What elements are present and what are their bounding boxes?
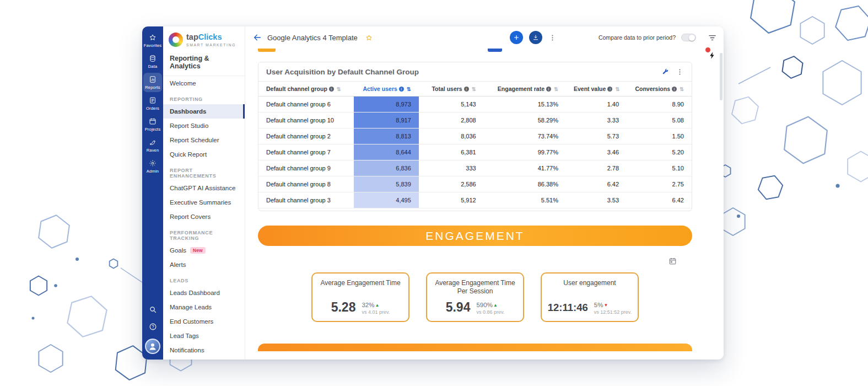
sidebar-item-alerts[interactable]: Alerts (163, 258, 245, 272)
user-avatar[interactable] (145, 339, 160, 354)
rail-item-orders[interactable]: Orders (143, 94, 162, 113)
sidebar-item-lead-tags[interactable]: Lead Tags (163, 329, 245, 343)
sidebar-item-dashboards[interactable]: Dashboards (163, 104, 245, 119)
sidebar-item-chatgpt-ai-assistance[interactable]: ChatGPT AI Assistance (163, 181, 245, 195)
metric-title: Average Engagement Time (318, 279, 403, 287)
metric-previous: vs 12:51:52 prev. (594, 309, 632, 315)
sidebar-item-label: Lead Tags (170, 333, 199, 339)
rail-icon (149, 55, 157, 62)
sidebar-nav: Welcome REPORTING Dashboards Report Stud… (163, 76, 245, 357)
rail-item-raven[interactable]: Raven (143, 136, 162, 155)
metric-value: 12:11:46 (548, 301, 588, 313)
table-cell: 6,381 (419, 144, 484, 160)
widget-settings-button[interactable] (662, 68, 669, 76)
sidebar-item-executive-summaries[interactable]: Executive Summaries (163, 195, 245, 210)
info-icon[interactable]: i (672, 87, 677, 92)
table-cell: 1.40 (566, 96, 627, 112)
table-cell: 8.90 (627, 96, 692, 112)
filter-icon[interactable] (708, 33, 717, 42)
toggle-knob (689, 35, 695, 41)
sidebar-item-report-studio[interactable]: Report Studio (163, 119, 245, 133)
table-cell: 6.42 (627, 192, 692, 208)
rail-items: Favorites Data Reports Orders Projects R… (143, 31, 162, 178)
sidebar: tapClicks SMART MARKETING Reporting & An… (163, 26, 245, 360)
table-cell: Default channel group 2 (258, 128, 354, 144)
sort-icon[interactable]: ⇅ (615, 86, 619, 92)
download-button[interactable] (529, 31, 542, 44)
metric-title: Average Engagement Time Per Session (433, 279, 517, 296)
icon-rail: Favorites Data Reports Orders Projects R… (142, 26, 163, 360)
info-icon[interactable]: i (464, 87, 469, 92)
sidebar-heading-reporting: REPORTING (163, 90, 245, 104)
table-cell: 5.73 (566, 128, 627, 144)
sidebar-item-label: Manage Leads (170, 304, 212, 310)
table-cell: 5.51% (484, 192, 566, 208)
table-cell: 2.78 (566, 160, 627, 176)
sidebar-heading-report-enhancements: REPORT ENHANCEMENTS (163, 162, 245, 181)
sidebar-item-report-covers[interactable]: Report Covers (163, 210, 245, 224)
metric-value: 5.94 (446, 301, 471, 314)
sidebar-item-label: Executive Summaries (170, 199, 231, 206)
add-button[interactable] (510, 31, 523, 44)
sidebar-item-quick-report[interactable]: Quick Report (163, 147, 245, 162)
metric-previous: vs 0.86 prev. (476, 309, 504, 315)
rail-item-projects[interactable]: Projects (143, 115, 162, 134)
sort-icon[interactable]: ⇅ (554, 86, 558, 92)
sort-icon[interactable]: ⇅ (337, 86, 341, 92)
rail-item-favorites[interactable]: Favorites (143, 31, 162, 50)
partial-widget-orange (258, 49, 276, 52)
rail-item-data[interactable]: Data (143, 52, 162, 71)
compare-label: Compare data to prior period? (599, 34, 676, 41)
rail-icon (149, 96, 157, 104)
sidebar-heading-performance-tracking: PERFORMANCE TRACKING (163, 224, 245, 243)
sidebar-item-end-customers[interactable]: End Customers (163, 314, 245, 329)
table-cell: Default channel group 8 (258, 176, 354, 192)
next-section-banner-partial (258, 344, 692, 351)
sidebar-item-label: Alerts (170, 261, 186, 268)
compare-toggle[interactable] (681, 34, 696, 41)
rail-item-admin[interactable]: Admin (143, 157, 162, 176)
more-button[interactable] (548, 34, 557, 42)
favorite-star-icon[interactable] (365, 34, 373, 41)
calendar-icon[interactable] (668, 257, 677, 265)
metric-title: User engagement (547, 279, 632, 287)
help-icon[interactable] (149, 323, 157, 331)
search-icon[interactable] (149, 305, 157, 314)
sort-icon[interactable]: ⇅ (680, 86, 684, 92)
column-header-active-users[interactable]: Active usersi⇅ (354, 82, 419, 96)
column-header-event-value[interactable]: Event valuei⇅ (566, 82, 627, 96)
sidebar-item-welcome[interactable]: Welcome (163, 76, 245, 90)
delta-arrow-icon: ▼ (603, 303, 608, 308)
info-icon[interactable]: i (329, 87, 334, 92)
back-button[interactable] (253, 33, 262, 42)
sidebar-item-notifications[interactable]: Notifications (163, 343, 245, 357)
sidebar-item-leads-dashboard[interactable]: Leads Dashboard (163, 286, 245, 300)
scrollbar-thumb[interactable] (720, 53, 723, 100)
sort-icon[interactable]: ⇅ (472, 86, 476, 92)
table-cell: Default channel group 9 (258, 160, 354, 176)
column-header-default-channel-group[interactable]: Default channel groupi⇅ (258, 82, 354, 96)
column-header-conversions[interactable]: Conversionsi⇅ (627, 82, 692, 96)
widget-more-button[interactable] (676, 68, 684, 76)
brand-logo[interactable]: tapClicks SMART MARKETING (163, 32, 245, 51)
topbar-actions (510, 31, 557, 44)
lightning-bolt-icon[interactable] (708, 51, 716, 60)
table-row: Default channel group 28,8138,03673.74%5… (258, 128, 692, 144)
sidebar-item-label: Notifications (170, 347, 204, 353)
notification-dot (705, 47, 710, 52)
sidebar-item-manage-leads[interactable]: Manage Leads (163, 300, 245, 314)
rail-item-reports[interactable]: Reports (143, 73, 162, 92)
table-cell: 5,912 (419, 192, 484, 208)
column-header-engagement-rate[interactable]: Engagement ratei⇅ (484, 82, 566, 96)
partial-widget-blue (488, 49, 502, 52)
info-icon[interactable]: i (607, 87, 612, 92)
column-header-total-users[interactable]: Total usersi⇅ (419, 82, 484, 96)
sort-icon[interactable]: ⇅ (407, 86, 411, 92)
info-icon[interactable]: i (546, 87, 551, 92)
table-cell: 6,836 (354, 160, 419, 176)
rail-bottom-items (149, 301, 157, 335)
info-icon[interactable]: i (399, 87, 404, 92)
sidebar-item-report-scheduler[interactable]: Report Scheduler (163, 133, 245, 147)
sidebar-item-goals[interactable]: Goals New (163, 243, 245, 258)
app-window: Favorites Data Reports Orders Projects R… (142, 26, 724, 360)
